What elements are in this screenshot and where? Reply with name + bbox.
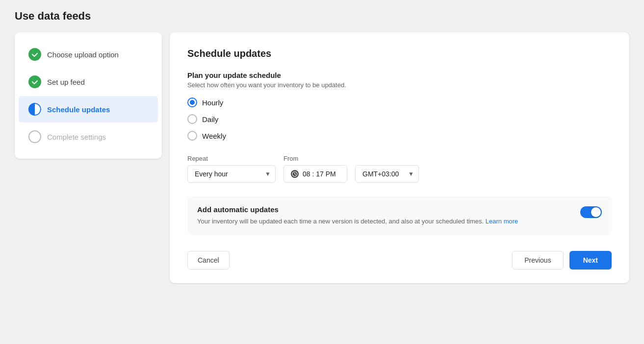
main-layout: Choose upload option Set up feed Schedul…	[15, 32, 629, 283]
sidebar: Choose upload option Set up feed Schedul…	[15, 32, 162, 159]
radio-circle-weekly	[187, 131, 197, 141]
frequency-radio-group: Hourly Daily Weekly	[187, 98, 612, 141]
page-title: Use data feeds	[15, 10, 629, 23]
sidebar-item-label-choose-upload: Choose upload option	[47, 50, 119, 59]
repeat-select[interactable]: Every hour Every 2 hours Every 4 hours E…	[187, 165, 276, 183]
sidebar-item-set-up-feed[interactable]: Set up feed	[19, 69, 158, 95]
radio-option-hourly[interactable]: Hourly	[187, 98, 612, 107]
radio-option-weekly[interactable]: Weekly	[187, 131, 612, 141]
sidebar-item-complete-settings[interactable]: Complete settings	[19, 123, 158, 150]
clock-icon	[291, 170, 299, 178]
radio-circle-hourly	[187, 98, 197, 107]
timezone-field-group: GMT+03:00 GMT+00:00 GMT-05:00 GMT+05:30 …	[355, 154, 419, 183]
content-panel: Schedule updates Plan your update schedu…	[170, 32, 629, 283]
auto-updates-desc: Your inventory will be updated each time…	[197, 217, 518, 226]
radio-label-daily: Daily	[202, 115, 218, 123]
learn-more-link[interactable]: Learn more	[486, 218, 518, 225]
from-field-group: From 08 : 17 PM	[283, 155, 347, 183]
section-subtitle: Select how often you want your inventory…	[187, 81, 612, 89]
step-icon-completed-1	[28, 48, 41, 61]
sidebar-item-schedule-updates[interactable]: Schedule updates	[19, 96, 158, 123]
repeat-label: Repeat	[187, 155, 276, 162]
sidebar-item-label-set-up-feed: Set up feed	[47, 78, 85, 86]
time-picker[interactable]: 08 : 17 PM	[283, 165, 347, 183]
sidebar-item-label-schedule-updates: Schedule updates	[47, 105, 110, 114]
toggle-knob	[591, 207, 601, 217]
from-label: From	[283, 155, 347, 162]
time-minute: 17	[316, 170, 324, 178]
auto-updates-toggle[interactable]	[580, 206, 602, 218]
panel-title: Schedule updates	[187, 48, 612, 59]
step-icon-completed-2	[28, 75, 41, 88]
repeat-select-wrapper: Every hour Every 2 hours Every 4 hours E…	[187, 165, 276, 183]
step-icon-current	[28, 103, 41, 116]
auto-updates-box: Add automatic updates Your inventory wil…	[187, 197, 612, 235]
radio-label-weekly: Weekly	[202, 132, 226, 140]
timezone-select-wrapper: GMT+03:00 GMT+00:00 GMT-05:00 GMT+05:30 …	[355, 165, 419, 183]
radio-circle-daily	[187, 114, 197, 124]
next-button[interactable]: Next	[569, 251, 612, 270]
step-icon-pending	[28, 130, 41, 143]
auto-updates-content: Add automatic updates Your inventory wil…	[197, 205, 518, 226]
timezone-select[interactable]: GMT+03:00 GMT+00:00 GMT-05:00 GMT+05:30	[355, 165, 419, 183]
sidebar-item-choose-upload[interactable]: Choose upload option	[19, 41, 158, 68]
right-buttons: Previous Next	[512, 251, 612, 270]
fields-row: Repeat Every hour Every 2 hours Every 4 …	[187, 154, 612, 183]
footer-buttons: Cancel Previous Next	[187, 251, 612, 270]
sidebar-item-label-complete-settings: Complete settings	[47, 133, 106, 141]
auto-updates-title: Add automatic updates	[197, 205, 518, 214]
radio-option-daily[interactable]: Daily	[187, 114, 612, 124]
radio-label-hourly: Hourly	[202, 98, 223, 107]
section-title: Plan your update schedule	[187, 71, 612, 79]
auto-updates-description-text: Your inventory will be updated each time…	[197, 218, 484, 225]
time-hour: 08	[303, 170, 310, 178]
cancel-button[interactable]: Cancel	[187, 251, 230, 270]
time-period: PM	[326, 170, 336, 178]
time-value: 08 : 17 PM	[303, 170, 336, 178]
previous-button[interactable]: Previous	[512, 251, 563, 270]
repeat-field-group: Repeat Every hour Every 2 hours Every 4 …	[187, 155, 276, 183]
